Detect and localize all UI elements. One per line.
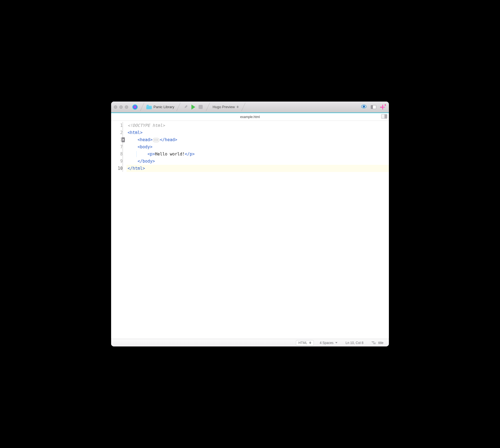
line-number: 2 <box>111 129 123 136</box>
status-bar: HTML 4 Spaces Ln 10, Col 8 title <box>111 339 389 346</box>
line-number: 1 <box>111 122 123 129</box>
line-number: 3 <box>111 136 123 143</box>
zoom-window-button[interactable] <box>125 105 128 109</box>
code-line[interactable]: <head></head> <box>127 136 389 143</box>
code-token: </body> <box>138 159 155 164</box>
project-selector[interactable]: Panic Library <box>145 105 176 109</box>
toggle-sidebar-button[interactable] <box>371 105 376 109</box>
toolbar-separator <box>206 102 210 112</box>
chevron-updown-icon <box>309 342 311 344</box>
code-token: <body> <box>138 144 152 149</box>
task-selector[interactable]: Hugo Preview <box>210 105 241 109</box>
line-number: 10 <box>111 165 123 172</box>
line-number-gutter: 12378910 <box>111 121 124 339</box>
minimize-window-button[interactable] <box>119 105 123 109</box>
run-button[interactable] <box>191 105 195 110</box>
line-number: 9 <box>111 158 123 165</box>
document-tab-label[interactable]: example.html <box>240 115 260 119</box>
project-name-label: Panic Library <box>153 105 174 109</box>
cursor-position[interactable]: Ln 10, Col 8 <box>344 340 366 345</box>
code-token: <head> <box>138 137 152 142</box>
code-token: Hello world! <box>155 152 185 157</box>
chevron-down-icon <box>335 342 337 343</box>
code-line[interactable]: <html> <box>127 129 389 136</box>
editor-window: Panic Library Hugo Preview <box>111 102 389 346</box>
window-traffic-lights <box>114 105 128 109</box>
task-name-label: Hugo Preview <box>213 105 235 109</box>
svg-point-3 <box>363 106 364 106</box>
code-line[interactable]: <!DOCTYPE html> <box>127 122 389 129</box>
symbols-label: title <box>378 341 383 345</box>
build-button[interactable] <box>184 104 188 110</box>
tab-strip: example.html <box>111 113 389 121</box>
toolbar: Panic Library Hugo Preview <box>111 102 389 113</box>
new-tab-button[interactable] <box>380 105 385 110</box>
folded-code-pill[interactable] <box>153 138 160 142</box>
code-token: <!DOCTYPE html> <box>128 123 165 128</box>
cursor-position-label: Ln 10, Col 8 <box>346 341 364 345</box>
close-window-button[interactable] <box>114 105 117 109</box>
toolbar-separator <box>177 102 180 112</box>
code-token: </p> <box>185 152 195 157</box>
code-line[interactable]: <body> <box>127 143 389 151</box>
folder-icon <box>146 105 152 109</box>
code-token: <p> <box>147 152 155 157</box>
code-token: <html> <box>128 130 142 135</box>
code-token: </html> <box>128 166 145 171</box>
code-editor[interactable]: 12378910 <!DOCTYPE html><html> <head></h… <box>111 121 389 339</box>
app-logo-icon <box>132 104 138 110</box>
toolbar-separator <box>140 102 144 112</box>
code-line[interactable]: <p>Hello world!</p> <box>127 151 389 158</box>
chevron-updown-icon <box>237 106 239 108</box>
indent-guide <box>136 151 137 157</box>
toggle-right-panel-button[interactable] <box>381 114 387 119</box>
line-number: 8 <box>111 151 123 158</box>
indent-selector[interactable]: 4 Spaces <box>318 340 340 345</box>
syntax-label: HTML <box>298 341 307 345</box>
preview-button[interactable] <box>361 103 367 111</box>
toolbar-separator <box>241 102 245 112</box>
line-number: 7 <box>111 143 123 151</box>
code-line[interactable]: </html> <box>127 165 389 172</box>
code-line[interactable]: </body> <box>127 158 389 165</box>
code-token: </head> <box>160 137 177 142</box>
code-area[interactable]: <!DOCTYPE html><html> <head></head> <bod… <box>124 121 389 339</box>
stop-button[interactable] <box>199 105 203 109</box>
indent-label: 4 Spaces <box>320 341 334 345</box>
symbols-icon <box>372 342 376 344</box>
syntax-selector[interactable]: HTML <box>296 340 314 346</box>
symbols-selector[interactable]: title <box>369 340 386 345</box>
